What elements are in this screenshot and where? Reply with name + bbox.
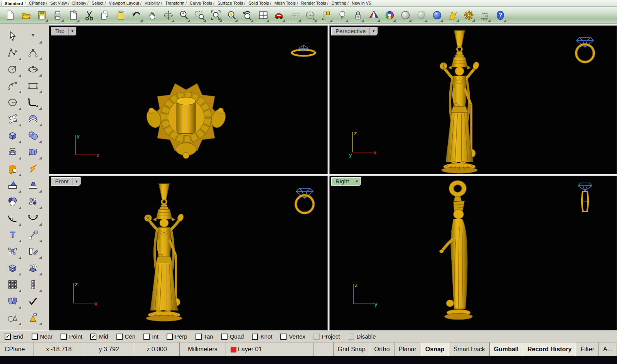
tool-surface-patch-button[interactable] <box>23 144 43 160</box>
tool-surface-from-curves-button[interactable] <box>23 111 43 127</box>
tool-adjustable-curve-fillet-button[interactable] <box>2 210 23 226</box>
ring-model-right-view[interactable] <box>576 179 594 215</box>
osnap-near[interactable]: ✓Near <box>32 333 53 340</box>
tool-blend-curve-button[interactable] <box>23 210 43 226</box>
tab-transform[interactable]: Transform <box>162 1 187 5</box>
copy-icon[interactable] <box>99 8 111 22</box>
osnap-int[interactable]: ✓Int <box>143 333 158 340</box>
checkbox[interactable]: ✓ <box>252 334 258 340</box>
osnap-end[interactable]: ✓End <box>5 333 24 340</box>
tool-linear-array-button[interactable] <box>23 276 43 293</box>
chevron-down-icon[interactable]: ▼ <box>72 178 80 185</box>
layer-color-swatch[interactable] <box>231 347 236 352</box>
osnap-mid[interactable]: ✓Mid <box>90 333 108 340</box>
checkbox[interactable]: ✓ <box>90 334 96 340</box>
viewport-perspective[interactable]: Perspective ▼ z x y <box>329 25 617 174</box>
osnap-cen[interactable]: ✓Cen <box>116 333 136 340</box>
osnap-tan[interactable]: ✓Tan <box>196 333 213 340</box>
checkbox[interactable]: ✓ <box>314 334 320 340</box>
lock-icon[interactable] <box>352 8 364 22</box>
ring-model-perspective-view[interactable] <box>573 31 597 64</box>
tool-point-check-button[interactable] <box>23 293 43 309</box>
viewport-right[interactable]: Right ▼ z y <box>329 176 617 330</box>
undo-view-change-icon[interactable] <box>241 8 254 22</box>
tool-surface-from-points-button[interactable] <box>2 111 23 127</box>
checkbox[interactable]: ✓ <box>280 334 287 340</box>
viewport-layout-icon[interactable] <box>257 8 270 22</box>
tab-cplanes[interactable]: CPlanes <box>26 1 48 5</box>
tool-circle-button[interactable] <box>2 61 23 77</box>
tool-boolean-split-button[interactable] <box>2 160 23 177</box>
zoom-window-icon[interactable] <box>194 8 206 22</box>
ring-model-top-view[interactable] <box>290 43 317 58</box>
rendered-sphere-mode-icon[interactable] <box>431 8 443 22</box>
tool-rectangular-array-button[interactable] <box>2 276 23 293</box>
ring-model-front-view[interactable] <box>292 182 317 215</box>
shaded-sphere-mode-icon[interactable] <box>399 8 412 22</box>
tool-control-point-curve-button[interactable] <box>23 44 43 61</box>
checkbox[interactable]: ✓ <box>196 334 202 340</box>
osnap-pane[interactable]: Osnap <box>421 342 449 356</box>
tab-curve-tools[interactable]: Curve Tools <box>187 1 215 5</box>
tool-text-object-button[interactable]: T <box>2 226 23 243</box>
tool-insert-block-button[interactable] <box>2 243 23 260</box>
ortho-pane[interactable]: Ortho <box>370 342 394 356</box>
tool-mesh-primitives-button[interactable] <box>2 309 23 326</box>
cut-icon[interactable] <box>83 8 96 22</box>
dimension-icon[interactable] <box>478 8 491 22</box>
checkbox[interactable]: ✓ <box>61 334 67 340</box>
tab-mesh-tools[interactable]: Mesh Tools <box>271 1 298 5</box>
viewport-front[interactable]: Front ▼ z x <box>49 176 328 330</box>
gumball-pane[interactable]: Gumball <box>490 342 523 356</box>
tool-select-button[interactable] <box>2 28 23 44</box>
tab-select[interactable]: Select <box>89 1 106 5</box>
zoom-selected-icon[interactable] <box>225 8 238 22</box>
options-gear-icon[interactable] <box>462 8 475 22</box>
viewport-top[interactable]: Top ▼ y x <box>49 25 328 174</box>
pendant-model-top-view[interactable] <box>147 72 226 163</box>
osnap-disable[interactable]: ✓Disable <box>348 333 376 340</box>
checkbox[interactable]: ✓ <box>221 334 228 340</box>
layer-pane[interactable]: Layer 01 <box>226 342 314 356</box>
osnap-project[interactable]: ✓Project <box>314 333 340 340</box>
tool-polygon-button[interactable] <box>2 94 23 111</box>
viewport-perspective-label[interactable]: Perspective ▼ <box>331 27 378 35</box>
chevron-down-icon[interactable]: ▼ <box>353 178 361 185</box>
tool-explode-button[interactable] <box>23 160 43 177</box>
tab-standard[interactable]: Standard <box>2 1 26 6</box>
named-views-icon[interactable] <box>273 8 285 22</box>
paste-icon[interactable] <box>115 8 127 22</box>
tab-display[interactable]: Display <box>69 1 89 5</box>
osnap-quad[interactable]: ✓Quad <box>221 333 244 340</box>
tool-sphere-button[interactable] <box>23 127 43 144</box>
checkbox[interactable]: ✓ <box>5 334 11 340</box>
color-wheel-render-icon[interactable] <box>383 8 396 22</box>
tab-new-in-v5[interactable]: New in V5 <box>349 1 374 5</box>
shaded-viewport-mode-icon[interactable] <box>368 8 380 22</box>
save-file-icon[interactable] <box>35 8 48 22</box>
tool-copy-object-button[interactable] <box>23 243 43 260</box>
available-pane[interactable]: A... <box>599 342 617 356</box>
chevron-down-icon[interactable]: ▼ <box>68 27 76 35</box>
pan-view-icon[interactable] <box>146 8 159 22</box>
viewport-right-label[interactable]: Right ▼ <box>331 177 361 186</box>
zoom-dynamic-icon[interactable] <box>178 8 190 22</box>
tool-boolean-difference-button[interactable] <box>23 193 43 210</box>
tool-boolean-union-button[interactable] <box>2 193 23 210</box>
units-pane[interactable]: Millimeters <box>180 342 226 356</box>
tool-scale-button[interactable] <box>23 226 43 243</box>
open-file-icon[interactable] <box>20 8 32 22</box>
tool-arc-button[interactable] <box>2 77 23 94</box>
cplane-to-object-icon[interactable] <box>320 8 333 22</box>
tool-extrude-solid-button[interactable] <box>2 260 23 276</box>
tool-rectangle-button[interactable] <box>23 77 43 94</box>
help-icon[interactable]: ? <box>494 8 507 22</box>
tool-polyline-button[interactable] <box>2 44 23 61</box>
notes-flag-icon[interactable] <box>447 8 459 22</box>
tool-extrude-surface-button[interactable] <box>23 260 43 276</box>
cplane-pane[interactable]: CPlane <box>0 342 34 356</box>
tool-ellipse-button[interactable] <box>23 61 43 77</box>
pendant-model-front-view[interactable] <box>138 183 190 322</box>
smarttrack-pane[interactable]: SmartTrack <box>449 342 490 356</box>
hide-show-lightbulb-icon[interactable] <box>336 8 349 22</box>
